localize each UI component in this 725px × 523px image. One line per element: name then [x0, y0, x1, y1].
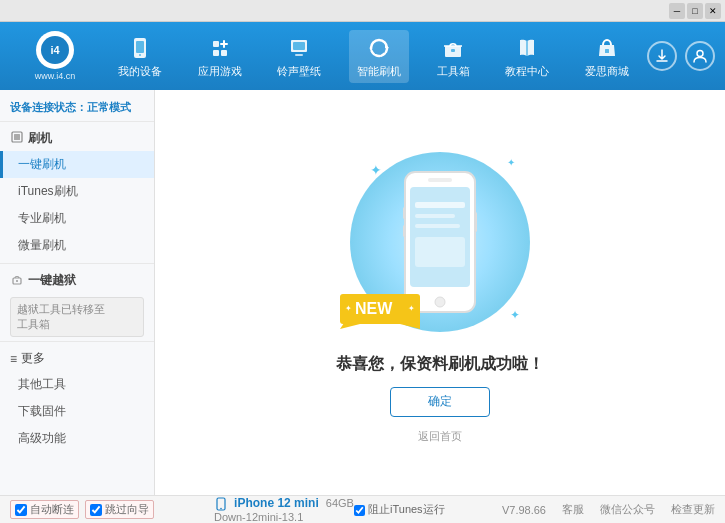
more-label: 更多 — [21, 350, 45, 367]
svg-rect-4 — [213, 41, 219, 47]
hero-area: ✦ ✦ ✦ — [336, 142, 544, 444]
flash-section-label: 刷机 — [28, 130, 52, 147]
sidebar-item-advanced[interactable]: 高级功能 — [0, 425, 154, 452]
back-home-link[interactable]: 返回首页 — [418, 429, 462, 444]
svg-rect-27 — [415, 214, 455, 218]
status-label: 设备连接状态： — [10, 101, 87, 113]
nav-label-app-game: 应用游戏 — [198, 64, 242, 79]
more-icon: ≡ — [10, 352, 17, 366]
svg-rect-3 — [213, 50, 219, 56]
svg-rect-5 — [221, 50, 227, 56]
svg-rect-1 — [136, 41, 144, 53]
skip-wizard-checkbox[interactable] — [90, 504, 102, 516]
svg-rect-16 — [14, 134, 20, 140]
sidebar-item-other-tools[interactable]: 其他工具 — [0, 371, 154, 398]
svg-text:✦: ✦ — [408, 304, 415, 313]
svg-text:NEW: NEW — [355, 300, 393, 317]
logo-circle: i4 — [36, 31, 74, 69]
svg-rect-8 — [295, 54, 303, 56]
jailbreak-label: 一键越狱 — [28, 272, 76, 289]
svg-text:✦: ✦ — [345, 304, 352, 313]
nav-item-shop[interactable]: 爱思商城 — [577, 30, 637, 83]
svg-point-14 — [697, 51, 703, 57]
svg-rect-7 — [293, 42, 305, 50]
sidebar-item-itunes-flash[interactable]: iTunes刷机 — [0, 178, 154, 205]
logo-area: i4 www.i4.cn — [10, 31, 100, 81]
refresh-icon — [365, 34, 393, 62]
profile-button[interactable] — [685, 41, 715, 71]
svg-point-36 — [220, 508, 222, 510]
sidebar-more-section: ≡ 更多 — [0, 346, 154, 371]
status-bar-top: 设备连接状态：正常模式 — [0, 94, 154, 122]
skip-wizard-label: 跳过向导 — [105, 502, 149, 517]
lock-icon — [10, 272, 24, 289]
new-badge: ✦ ✦ NEW — [340, 279, 420, 332]
version-label: V7.98.66 — [502, 504, 546, 516]
check-update-link[interactable]: 检查更新 — [671, 502, 715, 517]
auto-close-checkbox[interactable] — [15, 504, 27, 516]
logo-inner: i4 — [41, 36, 69, 64]
svg-point-21 — [435, 297, 445, 307]
nav-label-toolbox: 工具箱 — [437, 64, 470, 79]
bottom-left: 自动断连 跳过向导 — [10, 500, 210, 519]
svg-rect-22 — [428, 178, 452, 182]
sidebar-divider-2 — [0, 341, 154, 342]
music-icon — [285, 34, 313, 62]
bottom-bar: 自动断连 跳过向导 iPhone 12 mini 64GB Down-12min… — [0, 495, 725, 523]
sidebar-item-save-flash[interactable]: 微量刷机 — [0, 232, 154, 259]
minimize-button[interactable]: ─ — [669, 3, 685, 19]
nav-item-smart-flash[interactable]: 智能刷机 — [349, 30, 409, 83]
nav-label-tutorial: 教程中心 — [505, 64, 549, 79]
nav-right — [647, 41, 715, 71]
logo-text: www.i4.cn — [35, 71, 76, 81]
sidebar-item-download-firmware[interactable]: 下载固件 — [0, 398, 154, 425]
svg-rect-28 — [415, 224, 460, 228]
book-icon — [513, 34, 541, 62]
sidebar-section-flash: 刷机 — [0, 126, 154, 151]
itunes-checkbox[interactable] — [354, 505, 365, 516]
itunes-status: 阻止iTunes运行 — [354, 503, 445, 515]
device-storage: 64GB — [326, 497, 354, 509]
nav-item-tutorial[interactable]: 教程中心 — [497, 30, 557, 83]
svg-rect-25 — [474, 212, 477, 232]
main-layout: 设备连接状态：正常模式 刷机 一键刷机 iTunes刷机 专业刷机 微量刷机 — [0, 90, 725, 495]
nav-label-my-device: 我的设备 — [118, 64, 162, 79]
bottom-right: V7.98.66 客服 微信公众号 检查更新 — [502, 502, 715, 517]
wechat-official-link[interactable]: 微信公众号 — [600, 502, 655, 517]
svg-rect-24 — [403, 225, 406, 237]
status-value: 正常模式 — [87, 101, 131, 113]
device-name: iPhone 12 mini — [234, 496, 319, 510]
sidebar-item-one-key-flash[interactable]: 一键刷机 — [0, 151, 154, 178]
close-button[interactable]: ✕ — [705, 3, 721, 19]
sparkle-tl: ✦ — [370, 162, 382, 178]
nav-item-app-game[interactable]: 应用游戏 — [190, 30, 250, 83]
jailbreak-notice: 越狱工具已转移至 工具箱 — [10, 297, 144, 337]
sidebar: 设备连接状态：正常模式 刷机 一键刷机 iTunes刷机 专业刷机 微量刷机 — [0, 90, 155, 495]
svg-rect-13 — [605, 49, 609, 53]
auto-close-label: 自动断连 — [30, 502, 74, 517]
bottom-center: 阻止iTunes运行 — [354, 502, 502, 517]
phone-illustration: ✦ ✦ ✦ — [350, 142, 530, 342]
sidebar-item-pro-flash[interactable]: 专业刷机 — [0, 205, 154, 232]
sparkle-tr: ✦ — [507, 157, 515, 168]
sidebar-jailbreak-title: 一键越狱 — [0, 268, 154, 293]
svg-rect-29 — [415, 237, 465, 267]
device-model: Down-12mini-13.1 — [214, 511, 354, 523]
main-content: ✦ ✦ ✦ — [155, 90, 725, 495]
download-button[interactable] — [647, 41, 677, 71]
maximize-button[interactable]: □ — [687, 3, 703, 19]
svg-rect-26 — [415, 202, 465, 208]
nav-item-toolbox[interactable]: 工具箱 — [429, 30, 478, 83]
confirm-button[interactable]: 确定 — [390, 387, 490, 417]
nav-item-ringtone[interactable]: 铃声壁纸 — [269, 30, 329, 83]
success-text: 恭喜您，保资料刷机成功啦！ — [336, 354, 544, 375]
nav-items: 我的设备 应用游戏 铃声壁纸 — [100, 30, 647, 83]
sparkle-br: ✦ — [510, 308, 520, 322]
svg-point-2 — [139, 54, 141, 56]
nav-label-smart-flash: 智能刷机 — [357, 64, 401, 79]
customer-service-link[interactable]: 客服 — [562, 502, 584, 517]
skip-wizard-checkbox-item: 跳过向导 — [85, 500, 154, 519]
title-bar: ─ □ ✕ — [0, 0, 725, 22]
device-icon — [214, 497, 228, 511]
nav-item-my-device[interactable]: 我的设备 — [110, 30, 170, 83]
